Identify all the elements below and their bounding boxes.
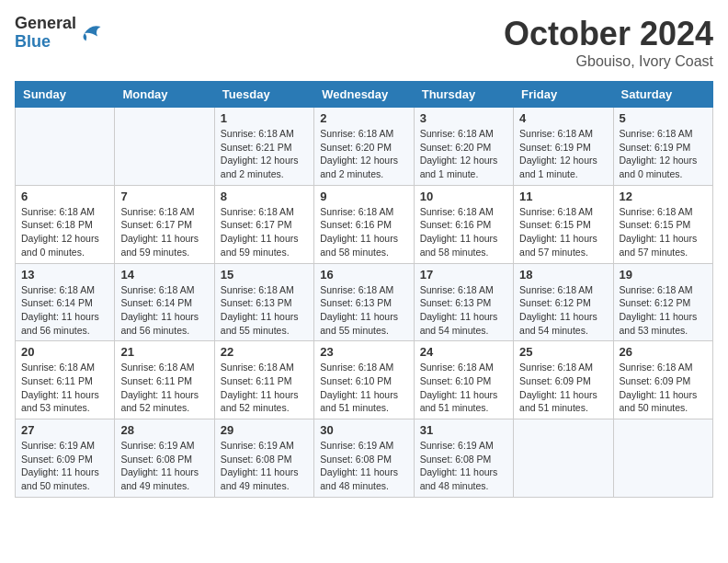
day-info: Sunrise: 6:18 AM Sunset: 6:11 PM Dayligh… xyxy=(120,361,208,415)
day-info: Sunrise: 6:18 AM Sunset: 6:09 PM Dayligh… xyxy=(620,361,707,415)
calendar-cell: 3Sunrise: 6:18 AM Sunset: 6:20 PM Daylig… xyxy=(414,108,513,186)
calendar-cell: 23Sunrise: 6:18 AM Sunset: 6:10 PM Dayli… xyxy=(314,341,414,419)
day-number: 15 xyxy=(221,268,308,282)
day-number: 20 xyxy=(21,345,108,359)
calendar-cell: 2Sunrise: 6:18 AM Sunset: 6:20 PM Daylig… xyxy=(314,108,414,186)
day-number: 27 xyxy=(21,423,108,437)
day-number: 1 xyxy=(221,111,308,125)
weekday-header-wednesday: Wednesday xyxy=(314,82,414,108)
calendar-cell: 17Sunrise: 6:18 AM Sunset: 6:13 PM Dayli… xyxy=(414,263,513,341)
day-info: Sunrise: 6:18 AM Sunset: 6:15 PM Dayligh… xyxy=(620,205,707,259)
day-number: 18 xyxy=(519,268,607,282)
calendar-cell: 12Sunrise: 6:18 AM Sunset: 6:15 PM Dayli… xyxy=(613,185,712,263)
calendar-cell: 20Sunrise: 6:18 AM Sunset: 6:11 PM Dayli… xyxy=(16,341,115,419)
day-number: 14 xyxy=(120,268,208,282)
calendar-title: October 2024 xyxy=(504,15,713,53)
day-number: 13 xyxy=(21,268,108,282)
day-number: 19 xyxy=(620,268,707,282)
day-info: Sunrise: 6:18 AM Sunset: 6:09 PM Dayligh… xyxy=(519,361,607,415)
calendar-cell: 1Sunrise: 6:18 AM Sunset: 6:21 PM Daylig… xyxy=(214,108,313,186)
day-info: Sunrise: 6:19 AM Sunset: 6:08 PM Dayligh… xyxy=(221,439,308,493)
day-info: Sunrise: 6:18 AM Sunset: 6:12 PM Dayligh… xyxy=(620,283,707,338)
day-info: Sunrise: 6:18 AM Sunset: 6:10 PM Dayligh… xyxy=(420,361,507,415)
logo-bird-icon xyxy=(78,20,104,46)
calendar-cell xyxy=(514,419,613,498)
day-number: 16 xyxy=(320,268,407,282)
day-info: Sunrise: 6:18 AM Sunset: 6:19 PM Dayligh… xyxy=(519,127,607,181)
day-number: 29 xyxy=(221,423,308,437)
calendar-cell: 9Sunrise: 6:18 AM Sunset: 6:16 PM Daylig… xyxy=(314,185,414,263)
day-number: 2 xyxy=(320,111,407,125)
day-number: 24 xyxy=(420,345,507,359)
day-info: Sunrise: 6:18 AM Sunset: 6:15 PM Dayligh… xyxy=(519,205,607,259)
day-number: 6 xyxy=(21,190,108,203)
calendar-cell: 8Sunrise: 6:18 AM Sunset: 6:17 PM Daylig… xyxy=(214,185,313,263)
calendar-cell: 31Sunrise: 6:19 AM Sunset: 6:08 PM Dayli… xyxy=(414,419,513,498)
day-info: Sunrise: 6:18 AM Sunset: 6:16 PM Dayligh… xyxy=(320,205,407,259)
day-info: Sunrise: 6:19 AM Sunset: 6:08 PM Dayligh… xyxy=(320,439,407,493)
day-info: Sunrise: 6:18 AM Sunset: 6:17 PM Dayligh… xyxy=(120,205,208,259)
day-number: 31 xyxy=(420,423,507,437)
day-info: Sunrise: 6:18 AM Sunset: 6:14 PM Dayligh… xyxy=(21,283,108,338)
calendar-cell: 5Sunrise: 6:18 AM Sunset: 6:19 PM Daylig… xyxy=(613,108,712,186)
weekday-header-sunday: Sunday xyxy=(16,82,115,108)
day-info: Sunrise: 6:18 AM Sunset: 6:11 PM Dayligh… xyxy=(221,361,308,415)
logo-text: General Blue xyxy=(15,15,76,52)
calendar-cell: 14Sunrise: 6:18 AM Sunset: 6:14 PM Dayli… xyxy=(115,263,214,341)
calendar-week-row: 1Sunrise: 6:18 AM Sunset: 6:21 PM Daylig… xyxy=(16,108,713,186)
calendar-cell: 24Sunrise: 6:18 AM Sunset: 6:10 PM Dayli… xyxy=(414,341,513,419)
weekday-header-thursday: Thursday xyxy=(414,82,513,108)
calendar-cell xyxy=(16,108,115,186)
calendar-cell: 18Sunrise: 6:18 AM Sunset: 6:12 PM Dayli… xyxy=(514,263,613,341)
calendar-cell: 7Sunrise: 6:18 AM Sunset: 6:17 PM Daylig… xyxy=(115,185,214,263)
page-header: General Blue October 2024 Gbouiso, Ivory… xyxy=(15,15,713,70)
day-info: Sunrise: 6:18 AM Sunset: 6:16 PM Dayligh… xyxy=(420,205,507,259)
weekday-header-tuesday: Tuesday xyxy=(214,82,313,108)
calendar-week-row: 27Sunrise: 6:19 AM Sunset: 6:09 PM Dayli… xyxy=(16,419,713,498)
calendar-body: 1Sunrise: 6:18 AM Sunset: 6:21 PM Daylig… xyxy=(16,108,713,498)
day-number: 21 xyxy=(120,345,208,359)
calendar-cell: 28Sunrise: 6:19 AM Sunset: 6:08 PM Dayli… xyxy=(115,419,214,498)
day-info: Sunrise: 6:18 AM Sunset: 6:20 PM Dayligh… xyxy=(420,127,507,181)
day-info: Sunrise: 6:18 AM Sunset: 6:18 PM Dayligh… xyxy=(21,205,108,259)
weekday-header-saturday: Saturday xyxy=(613,82,712,108)
weekday-header-row: SundayMondayTuesdayWednesdayThursdayFrid… xyxy=(16,82,713,108)
day-number: 22 xyxy=(221,345,308,359)
day-number: 25 xyxy=(519,345,607,359)
day-info: Sunrise: 6:18 AM Sunset: 6:10 PM Dayligh… xyxy=(320,361,407,415)
day-info: Sunrise: 6:18 AM Sunset: 6:12 PM Dayligh… xyxy=(519,283,607,338)
calendar-cell: 10Sunrise: 6:18 AM Sunset: 6:16 PM Dayli… xyxy=(414,185,513,263)
calendar-header: SundayMondayTuesdayWednesdayThursdayFrid… xyxy=(16,82,713,108)
calendar-cell: 29Sunrise: 6:19 AM Sunset: 6:08 PM Dayli… xyxy=(214,419,313,498)
day-number: 7 xyxy=(120,190,208,203)
day-info: Sunrise: 6:18 AM Sunset: 6:21 PM Dayligh… xyxy=(221,127,308,181)
calendar-cell: 11Sunrise: 6:18 AM Sunset: 6:15 PM Dayli… xyxy=(514,185,613,263)
calendar-cell: 15Sunrise: 6:18 AM Sunset: 6:13 PM Dayli… xyxy=(214,263,313,341)
day-number: 4 xyxy=(519,111,607,125)
calendar-cell: 26Sunrise: 6:18 AM Sunset: 6:09 PM Dayli… xyxy=(613,341,712,419)
day-info: Sunrise: 6:18 AM Sunset: 6:20 PM Dayligh… xyxy=(320,127,407,181)
calendar-cell: 22Sunrise: 6:18 AM Sunset: 6:11 PM Dayli… xyxy=(214,341,313,419)
day-info: Sunrise: 6:18 AM Sunset: 6:13 PM Dayligh… xyxy=(320,283,407,338)
calendar-week-row: 6Sunrise: 6:18 AM Sunset: 6:18 PM Daylig… xyxy=(16,185,713,263)
calendar-cell: 13Sunrise: 6:18 AM Sunset: 6:14 PM Dayli… xyxy=(16,263,115,341)
calendar-cell: 4Sunrise: 6:18 AM Sunset: 6:19 PM Daylig… xyxy=(514,108,613,186)
calendar-cell: 27Sunrise: 6:19 AM Sunset: 6:09 PM Dayli… xyxy=(16,419,115,498)
day-info: Sunrise: 6:18 AM Sunset: 6:19 PM Dayligh… xyxy=(620,127,707,181)
day-number: 30 xyxy=(320,423,407,437)
weekday-header-monday: Monday xyxy=(115,82,214,108)
calendar-week-row: 20Sunrise: 6:18 AM Sunset: 6:11 PM Dayli… xyxy=(16,341,713,419)
day-info: Sunrise: 6:18 AM Sunset: 6:13 PM Dayligh… xyxy=(221,283,308,338)
day-number: 26 xyxy=(620,345,707,359)
day-number: 5 xyxy=(620,111,707,125)
day-info: Sunrise: 6:19 AM Sunset: 6:08 PM Dayligh… xyxy=(420,439,507,493)
weekday-header-friday: Friday xyxy=(514,82,613,108)
day-info: Sunrise: 6:19 AM Sunset: 6:08 PM Dayligh… xyxy=(120,439,208,493)
logo: General Blue xyxy=(15,15,104,52)
logo-line2: Blue xyxy=(15,33,76,52)
day-number: 9 xyxy=(320,190,407,203)
day-number: 8 xyxy=(221,190,308,203)
day-info: Sunrise: 6:18 AM Sunset: 6:17 PM Dayligh… xyxy=(221,205,308,259)
calendar-cell: 16Sunrise: 6:18 AM Sunset: 6:13 PM Dayli… xyxy=(314,263,414,341)
day-number: 12 xyxy=(620,190,707,203)
